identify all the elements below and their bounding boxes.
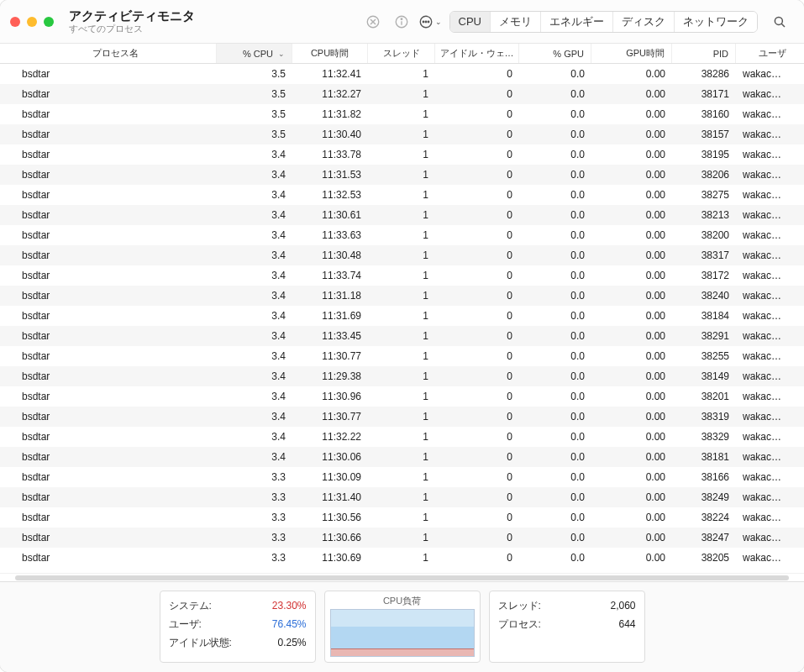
table-row[interactable]: bsdtar3.511:32.41100.00.0038286wakachan <box>0 64 804 84</box>
cell-cpu: 3.5 <box>217 88 292 100</box>
cell-gpu: 0.0 <box>519 68 591 80</box>
cell-time: 11:30.66 <box>292 532 368 543</box>
cell-name: bsdtar <box>0 149 217 160</box>
window-subtitle: すべてのプロセス <box>69 24 195 34</box>
table-row[interactable]: bsdtar3.411:29.38100.00.0038149wakachan <box>0 366 804 386</box>
cell-gputime: 0.00 <box>591 249 672 261</box>
col-threads[interactable]: スレッド <box>368 44 435 63</box>
col-gpu[interactable]: % GPU <box>519 44 591 63</box>
process-table[interactable]: bsdtar3.511:32.41100.00.0038286wakachanb… <box>0 64 804 573</box>
cell-gpu: 0.0 <box>519 391 591 402</box>
cpu-load-chart: CPU負荷 <box>324 591 481 663</box>
col-gpu-time[interactable]: GPU時間 <box>591 44 672 63</box>
cell-time: 11:30.48 <box>292 249 368 261</box>
cell-gputime: 0.00 <box>591 471 672 483</box>
cell-time: 11:31.82 <box>292 108 368 120</box>
cell-pid: 38275 <box>672 189 736 201</box>
cell-cpu: 3.5 <box>217 108 292 120</box>
cell-time: 11:33.74 <box>292 270 368 281</box>
stop-process-button[interactable] <box>361 10 385 34</box>
cell-user: wakachan <box>736 552 793 564</box>
table-row[interactable]: bsdtar3.411:30.77100.00.0038255wakachan <box>0 346 804 366</box>
table-row[interactable]: bsdtar3.411:31.18100.00.0038240wakachan <box>0 286 804 306</box>
table-row[interactable]: bsdtar3.511:32.27100.00.0038171wakachan <box>0 84 804 104</box>
table-row[interactable]: bsdtar3.411:30.77100.00.0038319wakachan <box>0 407 804 427</box>
horizontal-scrollbar[interactable] <box>0 573 804 581</box>
cell-threads: 1 <box>368 68 435 80</box>
cell-gputime: 0.00 <box>591 310 672 322</box>
cell-cpu: 3.4 <box>217 350 292 362</box>
minimize-button[interactable] <box>27 17 37 27</box>
table-row[interactable]: bsdtar3.511:31.82100.00.0038160wakachan <box>0 104 804 124</box>
info-button[interactable] <box>390 10 413 34</box>
table-row[interactable]: bsdtar3.411:30.61100.00.0038213wakachan <box>0 205 804 225</box>
cell-pid: 38291 <box>672 330 736 342</box>
table-row[interactable]: bsdtar3.311:30.56100.00.0038224wakachan <box>0 507 804 528</box>
table-row[interactable]: bsdtar3.511:30.40100.00.0038157wakachan <box>0 124 804 144</box>
tab-energy[interactable]: エネルギー <box>541 12 613 32</box>
cell-name: bsdtar <box>0 209 217 221</box>
col-idle-wake[interactable]: アイドル・ウェ… <box>435 44 519 63</box>
tab-memory[interactable]: メモリ <box>491 12 541 32</box>
table-row[interactable]: bsdtar3.311:30.69100.00.0038205wakachan <box>0 548 804 568</box>
cell-gputime: 0.00 <box>591 532 672 543</box>
cell-pid: 38181 <box>672 451 736 463</box>
cell-cpu: 3.4 <box>217 431 292 443</box>
table-row[interactable]: bsdtar3.411:30.06100.00.0038181wakachan <box>0 447 804 467</box>
cell-gputime: 0.00 <box>591 350 672 362</box>
processes-label: プロセス: <box>498 615 541 633</box>
cell-pid: 38166 <box>672 471 736 483</box>
tab-network[interactable]: ネットワーク <box>675 12 757 32</box>
table-row[interactable]: bsdtar3.411:31.53100.00.0038206wakachan <box>0 165 804 185</box>
cell-gpu: 0.0 <box>519 229 591 241</box>
table-row[interactable]: bsdtar3.411:33.74100.00.0038172wakachan <box>0 265 804 286</box>
cell-idle: 0 <box>435 391 519 402</box>
table-row[interactable]: bsdtar3.411:33.63100.00.0038200wakachan <box>0 225 804 245</box>
table-row[interactable]: bsdtar3.311:30.66100.00.0038247wakachan <box>0 528 804 548</box>
tab-cpu[interactable]: CPU <box>450 12 491 32</box>
table-row[interactable]: bsdtar3.411:33.45100.00.0038291wakachan <box>0 326 804 346</box>
cell-name: bsdtar <box>0 330 217 342</box>
cell-threads: 1 <box>368 471 435 483</box>
col-user[interactable]: ユーザ <box>736 44 793 63</box>
col-process-name[interactable]: プロセス名 <box>0 44 217 63</box>
cell-gputime: 0.00 <box>591 431 672 443</box>
cell-user: wakachan <box>736 491 793 503</box>
maximize-button[interactable] <box>44 17 54 27</box>
close-button[interactable] <box>10 17 20 27</box>
search-button[interactable] <box>768 10 791 34</box>
col-cpu[interactable]: % CPU⌄ <box>217 44 292 63</box>
cell-gputime: 0.00 <box>591 391 672 402</box>
cell-time: 11:30.06 <box>292 451 368 463</box>
table-row[interactable]: bsdtar3.411:33.78100.00.0038195wakachan <box>0 144 804 165</box>
cell-time: 11:30.77 <box>292 411 368 423</box>
table-row[interactable]: bsdtar3.411:32.22100.00.0038329wakachan <box>0 427 804 447</box>
cell-threads: 1 <box>368 491 435 503</box>
cell-name: bsdtar <box>0 451 217 463</box>
horizontal-scrollbar-thumb[interactable] <box>15 575 789 580</box>
cell-cpu: 3.4 <box>217 169 292 181</box>
cell-pid: 38224 <box>672 512 736 523</box>
cell-idle: 0 <box>435 290 519 302</box>
user-value: 76.45% <box>272 615 307 633</box>
cell-threads: 1 <box>368 310 435 322</box>
table-row[interactable]: bsdtar3.411:30.48100.00.0038317wakachan <box>0 245 804 265</box>
table-row[interactable]: bsdtar3.311:31.40100.00.0038249wakachan <box>0 487 804 507</box>
cell-gpu: 0.0 <box>519 108 591 120</box>
cell-cpu: 3.4 <box>217 451 292 463</box>
tab-disk[interactable]: ディスク <box>613 12 675 32</box>
cell-name: bsdtar <box>0 229 217 241</box>
tab-group: CPU メモリ エネルギー ディスク ネットワーク <box>449 11 758 33</box>
table-row[interactable]: bsdtar3.411:32.53100.00.0038275wakachan <box>0 185 804 205</box>
col-pid[interactable]: PID <box>672 44 736 63</box>
cell-gputime: 0.00 <box>591 129 672 140</box>
chart-area <box>330 609 475 657</box>
cell-threads: 1 <box>368 88 435 100</box>
svg-point-10 <box>775 17 782 24</box>
table-row[interactable]: bsdtar3.311:30.09100.00.0038166wakachan <box>0 467 804 487</box>
cell-idle: 0 <box>435 330 519 342</box>
more-options-button[interactable]: ⌄ <box>418 10 442 34</box>
table-row[interactable]: bsdtar3.411:30.96100.00.0038201wakachan <box>0 386 804 407</box>
table-row[interactable]: bsdtar3.411:31.69100.00.0038184wakachan <box>0 306 804 326</box>
col-cpu-time[interactable]: CPU時間 <box>292 44 368 63</box>
